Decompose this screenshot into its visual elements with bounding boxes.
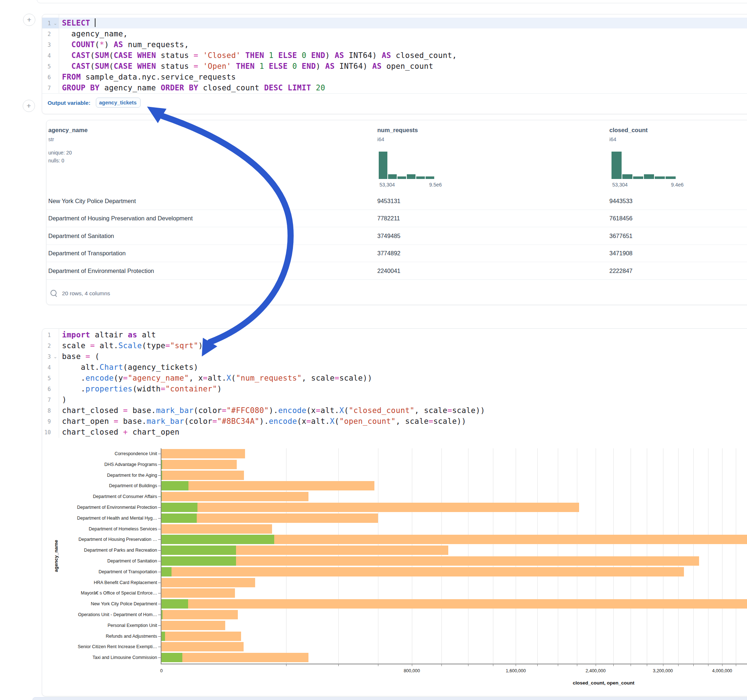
x-axis-tick <box>613 664 614 666</box>
line-number: 7 <box>39 397 51 403</box>
add-cell-button-top[interactable]: + <box>23 14 35 26</box>
output-variable-pill[interactable]: agency_tickets <box>96 98 141 108</box>
table-row[interactable]: Department of Housing Preservation and D… <box>47 210 747 227</box>
x-axis-tick <box>577 664 577 666</box>
x-axis-tick <box>378 664 378 666</box>
bar-open-count <box>161 546 236 555</box>
x-axis-tick <box>286 664 286 666</box>
y-axis-tick <box>158 636 161 637</box>
table-row[interactable]: Department of Sanitation37494853677651 <box>47 227 747 245</box>
histogram-bar <box>633 177 643 179</box>
y-axis-label: Personal Exemption Unit <box>49 623 157 628</box>
cell-agency_name: Department of Transportation <box>48 250 126 257</box>
x-axis-tick <box>468 664 469 666</box>
line-number: 9 <box>39 418 51 425</box>
x-axis-tick <box>708 664 708 666</box>
x-axis-tick-label: 1,600,000 <box>506 668 526 673</box>
add-cell-button-below-sql[interactable]: + <box>23 100 35 112</box>
x-axis-tick <box>736 664 736 666</box>
gridline <box>412 448 412 664</box>
python-gutter-divider <box>59 329 59 438</box>
code-line: import altair as alt <box>62 329 156 340</box>
histogram-bar <box>407 174 416 179</box>
line-number: 4 <box>39 53 51 59</box>
y-axis-label: Department for the Aging <box>49 473 157 478</box>
gridline <box>442 448 442 664</box>
y-axis-tick <box>158 518 161 519</box>
column-header-closed_count[interactable]: closed_count <box>609 127 647 134</box>
text-cursor <box>95 18 95 27</box>
line-number: 10 <box>39 429 51 436</box>
gridline <box>736 448 736 664</box>
table-row[interactable]: New York City Police Department945313194… <box>47 192 747 210</box>
footer-separator <box>47 279 747 280</box>
column-type: str <box>48 136 54 142</box>
next-cell-fragment <box>32 697 747 700</box>
y-axis-title: agency_name <box>53 540 59 572</box>
y-axis-tick <box>158 465 161 465</box>
y-axis-tick <box>158 496 161 497</box>
y-axis-label: Refunds and Adjustments <box>49 634 157 639</box>
table-footer: 20 rows, 4 columns <box>62 290 110 297</box>
x-axis-line <box>161 664 747 664</box>
line-number: 5 <box>39 375 51 382</box>
gridline <box>516 448 516 664</box>
y-axis-tick <box>158 604 161 604</box>
column-header-agency_name[interactable]: agency_name <box>48 127 88 134</box>
search-icon[interactable] <box>50 290 57 296</box>
line-number: 2 <box>39 343 51 349</box>
histogram-min-label: 53,304 <box>380 182 395 188</box>
x-axis-tick <box>516 664 516 666</box>
y-axis-label: Taxi and Limousine Commission <box>49 655 157 660</box>
x-axis-tick <box>631 664 631 666</box>
column-type: i64 <box>609 136 616 142</box>
y-axis-label: Senior Citizen Rent Increase Exempti… <box>49 644 157 649</box>
bar-closed-count <box>161 503 579 512</box>
y-axis-label: Department of Homeless Services <box>49 527 157 531</box>
x-axis-tick <box>412 664 412 666</box>
y-axis-tick <box>158 582 161 583</box>
y-axis-label: Department of Environmental Protection <box>49 505 157 510</box>
histogram-bar <box>622 174 632 179</box>
x-axis-tick-label: 800,000 <box>404 668 420 673</box>
bar-open-count <box>161 567 171 576</box>
y-axis-tick <box>158 539 161 540</box>
code-line: CAST(SUM(CASE WHEN status = 'Closed' THE… <box>62 50 457 61</box>
gridline <box>647 448 647 664</box>
bar-closed-count <box>161 610 238 619</box>
fold-chevron-icon[interactable]: ⌄ <box>53 21 57 26</box>
y-axis-tick <box>158 593 161 593</box>
previous-cell-fragment <box>37 0 747 3</box>
table-row[interactable]: Department of Environmental Protection22… <box>47 262 747 280</box>
x-axis-tick-label: 3,200,000 <box>653 668 673 673</box>
x-axis-tick-label: 0 <box>160 668 163 673</box>
cell-num_requests: 7782211 <box>377 215 400 222</box>
y-axis-tick <box>158 647 161 647</box>
y-axis-tick <box>158 507 161 508</box>
gridline <box>631 448 631 664</box>
bar-closed-count <box>161 621 225 630</box>
cell-num_requests: 9453131 <box>377 198 400 205</box>
gridline <box>537 448 538 664</box>
notebook-page: + + 1⌄SELECT 2 agency_name,3 COUNT(*) AS… <box>0 0 747 700</box>
bar-closed-count <box>161 567 684 576</box>
gridline <box>613 448 614 664</box>
y-axis-label: Department of Consumer Affairs <box>49 494 157 499</box>
code-line: .properties(width="container") <box>62 383 222 394</box>
cell-closed_count: 3471908 <box>609 250 632 257</box>
bar-open-count <box>161 632 165 641</box>
fold-chevron-icon[interactable]: ⌄ <box>53 354 57 359</box>
table-row[interactable]: Department of Transportation377489234719… <box>47 244 747 262</box>
gridline <box>663 448 664 664</box>
y-axis-tick <box>158 550 161 551</box>
histogram-max-label: 9.4e6 <box>671 182 683 188</box>
column-header-num_requests[interactable]: num_requests <box>377 127 418 134</box>
histogram-bar <box>426 177 434 179</box>
gridline <box>596 448 596 664</box>
x-axis-tick <box>596 664 596 666</box>
gridline <box>378 448 378 664</box>
bar-closed-count <box>161 556 699 566</box>
cell-agency_name: Department of Sanitation <box>48 232 114 239</box>
gridline <box>678 448 679 664</box>
y-axis-label: Department of Sanitation <box>49 558 157 564</box>
